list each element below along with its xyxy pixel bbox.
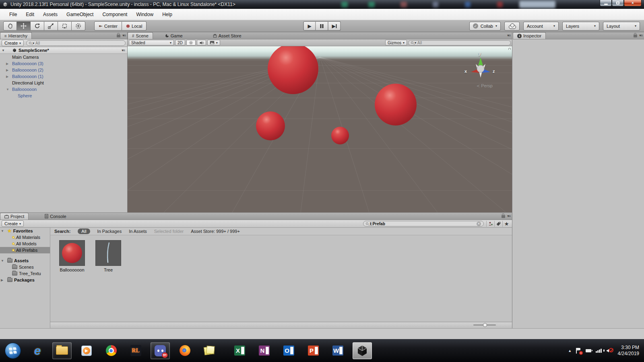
scope-in-packages[interactable]: In Packages — [97, 229, 122, 234]
menu-gameobject[interactable]: GameObject — [62, 10, 98, 19]
hierarchy-scene-header[interactable]: ▼ SampleScene* ▾≡ — [0, 47, 127, 54]
taskbar-powerpoint[interactable]: P — [303, 342, 323, 359]
start-button[interactable] — [3, 342, 23, 359]
menu-edit[interactable]: Edit — [21, 10, 39, 19]
perspective-toggle[interactable]: ≺ Persp — [477, 83, 493, 88]
sidebar-item-all-materials[interactable]: All Materials — [0, 234, 50, 241]
sidebar-item-scenes[interactable]: Scenes — [0, 264, 50, 270]
network-signal-icon[interactable] — [596, 349, 602, 353]
asset-store-count[interactable]: Asset Store: 999+ / 999+ — [191, 229, 240, 234]
balloon-sphere-small[interactable] — [331, 127, 349, 144]
taskbar-sticky-notes[interactable] — [200, 342, 219, 359]
pivot-toggle-button[interactable]: Center — [94, 21, 122, 31]
taskbar-onenote[interactable]: N — [254, 342, 274, 359]
account-dropdown[interactable]: Account▾ — [523, 22, 559, 31]
hierarchy-item-balloon-2[interactable]: ▶Balloooooon (2) — [0, 67, 127, 73]
tab-game[interactable]: Game — [161, 32, 187, 39]
foldout-open-icon[interactable]: ▼ — [1, 229, 4, 233]
battery-icon[interactable] — [586, 349, 591, 352]
taskbar-word[interactable]: W — [328, 342, 347, 359]
taskbar-unity[interactable] — [353, 342, 372, 359]
layers-dropdown[interactable]: Layers▾ — [562, 22, 599, 31]
foldout-closed-icon[interactable]: ▶ — [6, 75, 8, 78]
action-center-icon[interactable]: × — [576, 348, 581, 354]
panel-menu-icon[interactable]: ▾≡ — [122, 33, 126, 37]
scene-search-input[interactable]: ▾ All — [408, 40, 511, 45]
hierarchy-item-balloon-3[interactable]: ▶Balloooooon (3) — [0, 60, 127, 67]
sidebar-item-tree-textures[interactable]: Tree_Textu — [0, 270, 50, 277]
hierarchy-item-sphere[interactable]: Sphere — [0, 93, 127, 99]
taskbar-clock[interactable]: 3:30 PM 4/24/2019 — [618, 345, 639, 357]
scene-menu-icon[interactable]: ▾≡ — [122, 48, 125, 52]
scope-in-assets[interactable]: In Assets — [129, 229, 147, 234]
menu-assets[interactable]: Assets — [39, 10, 62, 19]
project-create-button[interactable]: Create▾ — [2, 220, 24, 227]
tab-scene[interactable]: # Scene — [128, 32, 153, 39]
effects-dropdown[interactable]: ▾ — [207, 40, 220, 45]
collab-dropdown[interactable]: ✓ Collab ▾ — [469, 22, 501, 31]
restore-button[interactable] — [612, 0, 624, 6]
foldout-open-icon[interactable]: ▼ — [2, 49, 5, 52]
taskbar-chrome[interactable] — [101, 342, 121, 359]
pause-button[interactable] — [316, 21, 328, 31]
tray-expand-icon[interactable]: ▲ — [568, 349, 572, 353]
gizmos-dropdown[interactable]: Gizmos▾ — [385, 40, 407, 45]
hierarchy-item-balloon[interactable]: ▼Balloooooon — [0, 86, 127, 93]
foldout-closed-icon[interactable]: ▶ — [6, 62, 8, 66]
foldout-open-icon[interactable]: ▼ — [1, 259, 4, 263]
lighting-toggle-button[interactable] — [186, 40, 196, 45]
transform-tool-icon[interactable] — [72, 21, 85, 31]
rotate-tool-icon[interactable] — [31, 21, 44, 31]
asset-tile-balloon[interactable]: Balloooooon — [57, 240, 87, 272]
foldout-closed-icon[interactable]: ▶ — [1, 278, 3, 282]
menu-file[interactable]: File — [5, 10, 21, 19]
hierarchy-item-balloon-1[interactable]: ▶Balloooooon (1) — [0, 73, 127, 80]
scene-orientation-gizmo[interactable]: y x z — [466, 53, 495, 84]
menu-window[interactable]: Window — [132, 10, 158, 19]
project-search-input[interactable]: t:Prefab × — [363, 221, 484, 226]
tab-asset-store[interactable]: Asset Store — [209, 32, 246, 39]
cloud-services-button[interactable] — [504, 22, 520, 31]
lock-icon[interactable] — [634, 35, 637, 37]
tab-console[interactable]: Console — [41, 213, 70, 220]
sidebar-item-all-models[interactable]: All Models — [0, 241, 50, 247]
scope-selected-folder[interactable]: Selected folder — [154, 229, 184, 234]
rotation-toggle-button[interactable]: Local — [122, 21, 147, 31]
rect-tool-icon[interactable] — [58, 21, 72, 31]
hierarchy-create-button[interactable]: Create▾ — [2, 40, 24, 46]
search-by-type-icon[interactable] — [486, 221, 494, 227]
sidebar-item-favorites[interactable]: ▼ ★ Favorites — [0, 228, 50, 234]
hierarchy-item-main-camera[interactable]: Main Camera — [0, 54, 127, 60]
sidebar-item-all-prefabs[interactable]: All Prefabs — [0, 247, 50, 253]
hand-tool-icon[interactable] — [3, 21, 17, 31]
sidebar-item-assets[interactable]: ▼ Assets — [0, 257, 50, 264]
taskbar-rocket-league[interactable]: RL — [126, 342, 145, 359]
play-button[interactable]: ▶ — [303, 21, 316, 31]
clear-search-icon[interactable]: × — [477, 222, 481, 226]
minimize-button[interactable] — [600, 0, 612, 6]
save-search-star-icon[interactable]: ★ — [502, 221, 510, 227]
hierarchy-search-input[interactable]: ▾ All — [26, 40, 126, 46]
foldout-open-icon[interactable]: ▼ — [6, 88, 9, 91]
close-button[interactable]: × — [624, 0, 642, 6]
asset-tile-tree[interactable]: Tree — [93, 240, 124, 272]
hierarchy-item-directional-light[interactable]: Directional Light — [0, 80, 127, 86]
tab-hierarchy[interactable]: ≡ Hierarchy — [0, 32, 32, 39]
tab-inspector[interactable]: i Inspector — [513, 32, 546, 39]
scale-tool-icon[interactable] — [44, 21, 58, 31]
balloon-sphere-left[interactable] — [256, 111, 285, 140]
menu-help[interactable]: Help — [158, 10, 177, 19]
step-button[interactable]: ▶ — [328, 21, 341, 31]
taskbar-outlook[interactable]: O — [279, 342, 298, 359]
taskbar-firefox[interactable] — [175, 342, 194, 359]
foldout-closed-icon[interactable]: ▶ — [6, 68, 8, 72]
scene-viewport[interactable]: y x z ≺ Persp — [128, 46, 512, 212]
audio-toggle-button[interactable] — [197, 40, 206, 45]
layout-dropdown[interactable]: Layout▾ — [603, 22, 640, 31]
volume-muted-icon[interactable] — [606, 348, 613, 354]
sidebar-item-packages[interactable]: ▶ Packages — [0, 277, 50, 283]
thumbnail-zoom-slider[interactable] — [473, 325, 496, 325]
taskbar-internet-explorer[interactable]: e — [28, 342, 47, 359]
menu-component[interactable]: Component — [98, 10, 132, 19]
zoom-slider-knob[interactable] — [483, 323, 487, 327]
